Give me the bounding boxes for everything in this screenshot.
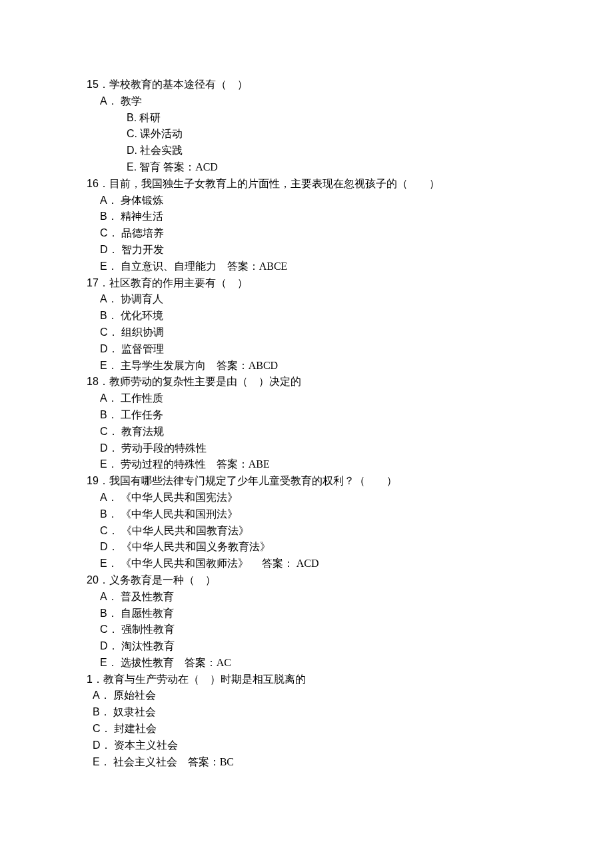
option: E. 智育 答案：ACD — [87, 159, 560, 176]
option-letter: A — [100, 392, 107, 404]
question: 16．目前，我国独生子女教育上的片面性，主要表现在忽视孩子的（ ）A． 身体锻炼… — [87, 176, 560, 275]
question-stem: 20．义务教育是一种（ ） — [87, 572, 560, 589]
option-sep: ． — [101, 739, 111, 751]
option-text: 选拔性教育 答案：AC — [118, 657, 231, 668]
question-stem: 16．目前，我国独生子女教育上的片面性，主要表现在忽视孩子的（ ） — [87, 176, 560, 193]
option-sep: ． — [107, 360, 118, 371]
question-stem: 1．教育与生产劳动在（ ）时期是相互脱离的 — [87, 671, 560, 688]
option: C. 课外活动 — [87, 126, 560, 143]
option-text: 主导学生发展方向 答案：ABCD — [118, 360, 278, 371]
option-text: 工作任务 — [118, 409, 163, 420]
option-sep: ． — [108, 624, 119, 635]
option-text: 优化环境 — [118, 310, 163, 321]
option-text: 工作性质 — [118, 392, 163, 404]
option-sep: ． — [107, 409, 118, 420]
option-sep: ． — [108, 326, 119, 338]
option-sep: ． — [108, 640, 119, 651]
option-text: 社会主义社会 答案：BC — [111, 756, 234, 767]
option-text: 《中华人民共和国刑法》 — [118, 508, 238, 520]
option-text: 智力开发 — [119, 244, 164, 255]
option-text: 劳动手段的特殊性 — [119, 442, 207, 454]
option-text: 奴隶社会 — [111, 706, 156, 717]
option-letter: D — [100, 343, 108, 354]
option-sep: ． — [108, 244, 119, 255]
option-sep: ． — [108, 343, 119, 354]
option-letter: D — [93, 739, 101, 751]
option: A． 身体锻炼 — [87, 193, 560, 209]
option-sep: ． — [100, 689, 111, 701]
question-stem-text: ．我国有哪些法律专门规定了少年儿童受教育的权利？（ ） — [99, 475, 397, 486]
question-stem-text: ．教师劳动的复杂性主要是由（ ）决定的 — [99, 376, 301, 387]
option-sep: ． — [100, 706, 111, 717]
option: C． 组织协调 — [87, 324, 560, 341]
option-text: 组织协调 — [119, 326, 164, 338]
option-letter: C. — [127, 128, 137, 139]
option-letter: B. — [127, 112, 137, 123]
option: B． 精神生活 — [87, 209, 560, 225]
option: D． 智力开发 — [87, 242, 560, 258]
option-text: 社会实践 — [137, 145, 183, 156]
option-letter: E — [100, 458, 107, 470]
option-text: 科研 — [137, 112, 161, 123]
option-sep: ． — [107, 195, 118, 206]
option: E． 社会主义社会 答案：BC — [87, 754, 560, 771]
option-sep: ． — [107, 492, 118, 503]
option-letter: C — [100, 525, 108, 536]
option: C． 品德培养 — [87, 225, 560, 242]
option-text: 课外活动 — [137, 128, 183, 139]
option: D. 社会实践 — [87, 143, 560, 159]
option-text: 自立意识、自理能力 答案：ABCE — [118, 260, 288, 272]
option-sep: ． — [108, 426, 119, 437]
option: D． 《中华人民共和国义务教育法》 — [87, 539, 560, 556]
question-stem: 15．学校教育的基本途径有（ ） — [87, 77, 560, 93]
question-number: 18 — [87, 376, 99, 387]
option-sep: ． — [101, 723, 111, 734]
option-sep: ． — [107, 95, 118, 107]
question-stem: 18．教师劳动的复杂性主要是由（ ）决定的 — [87, 374, 560, 390]
question-number: 16 — [87, 178, 99, 189]
option-sep: ． — [100, 756, 111, 767]
question-stem: 17．社区教育的作用主要有（ ） — [87, 275, 560, 292]
question: 1．教育与生产劳动在（ ）时期是相互脱离的A． 原始社会B． 奴隶社会C． 封建… — [87, 671, 560, 771]
option-letter: D — [100, 640, 108, 651]
option-letter: C — [100, 227, 108, 238]
option-text: 教学 — [118, 95, 142, 107]
option-text: 《中华人民共和国宪法》 — [118, 492, 238, 503]
question: 15．学校教育的基本途径有（ ）A． 教学B. 科研C. 课外活动D. 社会实践… — [87, 77, 560, 176]
option: A． 原始社会 — [87, 687, 560, 704]
option-sep: ． — [108, 525, 119, 536]
option: A． 工作性质 — [87, 390, 560, 407]
option: E． 《中华人民共和国教师法》 答案： ACD — [87, 556, 560, 572]
option: E． 自立意识、自理能力 答案：ABCE — [87, 258, 560, 275]
option-letter: B — [100, 409, 107, 420]
option-letter: A — [93, 689, 100, 701]
option-text: 教育法规 — [119, 426, 164, 437]
option-letter: A — [100, 95, 107, 107]
option-text: 普及性教育 — [118, 591, 174, 602]
option: B. 科研 — [87, 110, 560, 127]
option: D． 监督管理 — [87, 341, 560, 358]
option-sep: ． — [108, 442, 119, 454]
option-text: 强制性教育 — [119, 624, 175, 635]
option-text: 品德培养 — [119, 227, 164, 238]
option-letter: B — [100, 508, 107, 520]
option: D． 劳动手段的特殊性 — [87, 440, 560, 457]
option-letter: B — [93, 706, 100, 717]
question-number: 20 — [87, 574, 99, 586]
option-text: 自愿性教育 — [118, 608, 174, 619]
option: D． 资本主义社会 — [87, 737, 560, 754]
option-text: 《中华人民共和国义务教育法》 — [119, 541, 271, 552]
option: C． 教育法规 — [87, 424, 560, 440]
option-sep: ． — [108, 227, 119, 238]
option-letter: A — [100, 591, 107, 602]
question-stem-text: ．教育与生产劳动在（ ）时期是相互脱离的 — [93, 673, 306, 685]
option-letter: D — [100, 541, 108, 552]
option-sep: ． — [107, 591, 118, 602]
option: B． 奴隶社会 — [87, 704, 560, 721]
option: A． 协调育人 — [87, 291, 560, 308]
option-letter: B — [100, 608, 107, 619]
option-sep: ． — [107, 508, 118, 520]
option-letter: D. — [127, 145, 137, 156]
option-letter: D — [100, 244, 108, 255]
option-letter: C — [93, 723, 101, 734]
